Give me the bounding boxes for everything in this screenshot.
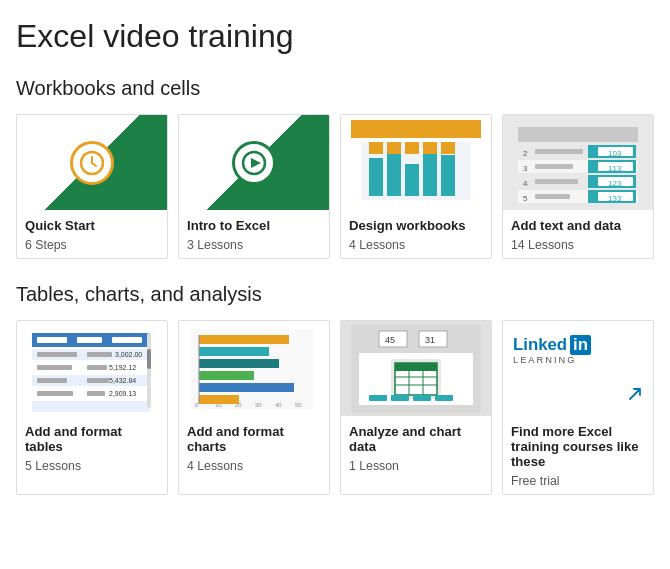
play-arrow-icon <box>240 149 268 177</box>
card-title-intro-excel: Intro to Excel <box>187 218 321 233</box>
svg-rect-73 <box>199 335 289 344</box>
linked-text: Linked <box>513 335 567 355</box>
card-linkedin-learning[interactable]: Linkedin LEARNING Find more Excel traini… <box>502 320 654 495</box>
card-meta-linkedin-learning: Free trial <box>511 474 645 488</box>
card-add-text-data[interactable]: 103 113 123 133 2 <box>502 114 654 259</box>
charts-thumb-svg: 0 10 20 30 40 50 <box>189 325 319 413</box>
linkedin-logo: Linkedin <box>513 335 591 355</box>
card-meta-quick-start: 6 Steps <box>25 238 159 252</box>
card-body-analyze-chart-data: Analyze and chart data 1 Lesson <box>341 416 491 479</box>
card-add-format-tables[interactable]: 3,002.00 5,192.12 5,432.84 2,909.13 <box>16 320 168 495</box>
section-heading-tables-charts: Tables, charts, and analysis <box>16 283 654 306</box>
svg-rect-5 <box>351 120 481 138</box>
page-title: Excel video training <box>16 18 654 55</box>
card-meta-add-format-charts: 4 Lessons <box>187 459 321 473</box>
svg-rect-94 <box>391 395 409 401</box>
svg-rect-56 <box>147 349 151 369</box>
arrow-circle-icon <box>232 141 276 185</box>
card-analyze-chart-data[interactable]: 45 31 <box>340 320 492 495</box>
svg-rect-74 <box>199 347 269 356</box>
svg-text:113: 113 <box>608 164 622 173</box>
svg-text:5,432.84: 5,432.84 <box>109 377 136 384</box>
card-body-linkedin-learning: Find more Excel training courses like th… <box>503 416 653 494</box>
svg-rect-60 <box>37 378 67 383</box>
card-quick-start[interactable]: Quick Start 6 Steps <box>16 114 168 259</box>
card-title-design-workbooks: Design workbooks <box>349 218 483 233</box>
card-body-intro-excel: Intro to Excel 3 Lessons <box>179 210 329 258</box>
svg-rect-64 <box>87 391 105 396</box>
in-badge: in <box>570 335 591 355</box>
svg-text:2: 2 <box>523 149 528 158</box>
svg-rect-39 <box>535 149 583 154</box>
external-link-icon[interactable] <box>627 386 643 406</box>
card-meta-add-format-tables: 5 Lessons <box>25 459 159 473</box>
svg-rect-12 <box>369 142 383 154</box>
svg-rect-48 <box>32 401 150 412</box>
card-title-analyze-chart-data: Analyze and chart data <box>349 424 483 454</box>
svg-rect-88 <box>395 363 437 371</box>
clock-icon <box>78 149 106 177</box>
card-thumb-design-workbooks <box>341 115 491 210</box>
card-title-add-format-charts: Add and format charts <box>187 424 321 454</box>
svg-rect-49 <box>37 337 67 343</box>
svg-text:5: 5 <box>523 194 528 203</box>
svg-rect-50 <box>77 337 102 343</box>
svg-text:103: 103 <box>608 149 622 158</box>
svg-rect-55 <box>147 333 151 408</box>
svg-text:2,909.13: 2,909.13 <box>109 390 136 397</box>
svg-rect-95 <box>413 395 431 401</box>
svg-rect-18 <box>518 127 638 142</box>
svg-rect-11 <box>441 155 455 196</box>
svg-text:31: 31 <box>425 335 435 345</box>
svg-text:40: 40 <box>275 402 282 408</box>
card-thumb-linkedin-learning: Linkedin LEARNING <box>503 321 653 416</box>
card-body-quick-start: Quick Start 6 Steps <box>17 210 167 258</box>
svg-rect-15 <box>423 142 437 154</box>
design-thumb-svg <box>351 120 481 205</box>
card-body-add-text-data: Add text and data 14 Lessons <box>503 210 653 258</box>
svg-rect-63 <box>37 391 73 396</box>
card-intro-excel[interactable]: Intro to Excel 3 Lessons <box>178 114 330 259</box>
clock-icon-circle <box>70 141 114 185</box>
svg-rect-93 <box>369 395 387 401</box>
textdata-thumb-svg: 103 113 123 133 2 <box>513 119 643 207</box>
learning-text: LEARNING <box>513 355 576 365</box>
card-meta-add-text-data: 14 Lessons <box>511 238 645 252</box>
card-body-design-workbooks: Design workbooks 4 Lessons <box>341 210 491 258</box>
card-thumb-add-format-tables: 3,002.00 5,192.12 5,432.84 2,909.13 <box>17 321 167 416</box>
svg-rect-52 <box>37 352 77 357</box>
cards-row-workbooks: Quick Start 6 Steps Intro to Excel 3 Les… <box>16 114 654 259</box>
svg-rect-76 <box>199 371 254 380</box>
section-tables-charts: Tables, charts, and analysis <box>16 283 654 495</box>
svg-rect-7 <box>369 158 383 196</box>
card-title-linkedin-learning: Find more Excel training courses like th… <box>511 424 645 469</box>
svg-text:4: 4 <box>523 179 528 188</box>
tables-thumb-svg: 3,002.00 5,192.12 5,432.84 2,909.13 <box>27 325 157 413</box>
card-thumb-analyze-chart-data: 45 31 <box>341 321 491 416</box>
card-add-format-charts[interactable]: 0 10 20 30 40 50 <box>178 320 330 495</box>
card-thumb-quick-start <box>17 115 167 210</box>
svg-text:50: 50 <box>295 402 302 408</box>
svg-rect-9 <box>405 164 419 196</box>
svg-text:133: 133 <box>608 194 622 203</box>
svg-text:3: 3 <box>523 164 528 173</box>
card-meta-intro-excel: 3 Lessons <box>187 238 321 252</box>
svg-rect-96 <box>435 395 453 401</box>
svg-text:45: 45 <box>385 335 395 345</box>
cards-row-tables-charts: 3,002.00 5,192.12 5,432.84 2,909.13 <box>16 320 654 495</box>
card-design-workbooks[interactable]: Design workbooks 4 Lessons <box>340 114 492 259</box>
card-thumb-add-text-data: 103 113 123 133 2 <box>503 115 653 210</box>
svg-rect-77 <box>199 383 294 392</box>
svg-rect-51 <box>112 337 142 343</box>
svg-rect-61 <box>87 378 109 383</box>
svg-rect-40 <box>535 164 573 169</box>
svg-rect-41 <box>535 179 578 184</box>
analyze-thumb-svg: 45 31 <box>351 325 481 413</box>
svg-rect-78 <box>199 395 239 404</box>
card-title-add-text-data: Add text and data <box>511 218 645 233</box>
svg-text:123: 123 <box>608 179 622 188</box>
card-body-add-format-tables: Add and format tables 5 Lessons <box>17 416 167 479</box>
card-body-add-format-charts: Add and format charts 4 Lessons <box>179 416 329 479</box>
svg-text:3,002.00: 3,002.00 <box>115 351 142 358</box>
section-workbooks: Workbooks and cells Quick Start 6 Steps <box>16 77 654 259</box>
